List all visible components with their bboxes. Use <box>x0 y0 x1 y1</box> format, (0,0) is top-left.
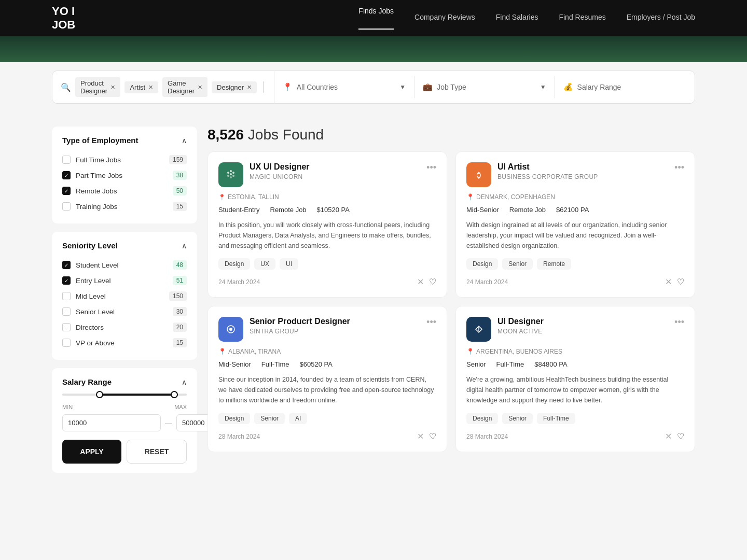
tag-senior-3[interactable]: Senior <box>254 413 285 424</box>
job-card-3-title-block: Senior Producrt Designer SINTRA GROUP <box>250 317 420 335</box>
search-left[interactable]: 🔍 Product Designer ✕ Artist ✕ Game Desig… <box>52 71 274 103</box>
remove-tag-designer[interactable]: ✕ <box>247 84 252 91</box>
job-card-4-dismiss[interactable]: ✕ <box>665 431 672 441</box>
location-pin-icon-2: 📍 <box>466 193 474 201</box>
job-card-1-desc: In this position, you will work closely … <box>218 220 436 251</box>
jobs-header: 8,526 Jobs Found <box>208 127 695 143</box>
directors-count: 20 <box>173 323 187 332</box>
tag-remote-2[interactable]: Remote <box>537 258 571 270</box>
remove-tag-product-designer[interactable]: ✕ <box>110 84 115 91</box>
parttime-checkbox[interactable] <box>62 171 71 179</box>
job-card-3-dismiss[interactable]: ✕ <box>417 431 424 441</box>
salary-filter[interactable]: 💰 Salary Range <box>555 76 695 98</box>
job-card-4-title-block: UI Designer MOON ACTIVE <box>497 317 668 335</box>
job-card-3-save[interactable]: ♡ <box>429 431 436 441</box>
job-card-1: UX UI Designer MAGIC UNICORN ••• 📍 ESTON… <box>208 151 447 298</box>
apply-button[interactable]: APPLY <box>62 440 121 464</box>
tag-fulltime-4[interactable]: Full-Time <box>537 413 575 424</box>
job-card-4-desc: We're a growing, ambitious HealthTech bu… <box>466 374 684 405</box>
employment-header: Type of Employment ∧ <box>62 136 187 145</box>
mid-checkbox[interactable] <box>62 292 71 300</box>
job-card-3: Senior Producrt Designer SINTRA GROUP ••… <box>208 306 447 452</box>
remove-tag-artist[interactable]: ✕ <box>148 84 153 91</box>
search-tags: Product Designer ✕ Artist ✕ Game Designe… <box>75 77 266 97</box>
reset-button[interactable]: RESET <box>127 440 187 464</box>
salary-slider-min-thumb[interactable] <box>96 391 103 398</box>
filter-senior: Senior Level 30 <box>62 304 187 319</box>
seniority-filter-group: Seniority Level ∧ Student Level 48 Entry… <box>52 232 197 360</box>
job-card-1-save[interactable]: ♡ <box>429 277 436 287</box>
nav-employers[interactable]: Employers / Post Job <box>627 13 695 23</box>
directors-label: Directors <box>76 324 168 331</box>
job-card-3-salary: $60520 PA <box>300 360 333 368</box>
tag-ux[interactable]: UX <box>254 258 275 270</box>
salary-slider-track[interactable] <box>62 394 187 396</box>
job-card-3-tags: Design Senior AI <box>218 413 436 424</box>
tag-senior-2[interactable]: Senior <box>502 258 533 270</box>
job-type-filter[interactable]: 💼 Job Type ▼ <box>414 76 555 98</box>
job-card-2-dismiss[interactable]: ✕ <box>665 277 672 287</box>
nav-find-salaries[interactable]: Find Salaries <box>496 13 538 23</box>
filter-vp: VP or Above 15 <box>62 335 187 351</box>
salary-dash: — <box>165 419 172 427</box>
job-card-1-logo <box>218 162 243 187</box>
entry-checkbox[interactable] <box>62 276 71 285</box>
job-card-1-title-block: UX UI Designer MAGIC UNICORN <box>250 162 420 180</box>
filter-training: Training Jobs 15 <box>62 199 187 214</box>
tag-designer[interactable]: Designer ✕ <box>212 81 257 93</box>
nav-company-reviews[interactable]: Company Reviews <box>414 13 475 23</box>
job-card-4-tags: Design Senior Full-Time <box>466 413 684 424</box>
vp-checkbox[interactable] <box>62 339 71 347</box>
salary-min-input[interactable] <box>62 414 161 431</box>
job-card-4-menu[interactable]: ••• <box>674 317 684 328</box>
job-card-4-save[interactable]: ♡ <box>677 431 684 441</box>
seniority-collapse-icon[interactable]: ∧ <box>182 242 187 250</box>
remote-checkbox[interactable] <box>62 187 71 195</box>
nav-finds-jobs[interactable]: Finds Jobs <box>358 7 394 30</box>
top-banner <box>0 36 747 62</box>
location-filter[interactable]: 📍 All Countries ▼ <box>274 76 414 98</box>
tag-design-1[interactable]: Design <box>218 258 250 270</box>
job-card-1-date: 24 March 2024 <box>218 278 260 286</box>
salary-collapse-icon[interactable]: ∧ <box>182 378 187 386</box>
job-card-2-menu[interactable]: ••• <box>674 162 684 173</box>
job-card-2-save[interactable]: ♡ <box>677 277 684 287</box>
job-card-4-header: UI Designer MOON ACTIVE ••• <box>466 317 684 342</box>
directors-checkbox[interactable] <box>62 323 71 331</box>
training-checkbox[interactable] <box>62 202 71 211</box>
remote-label: Remote Jobs <box>76 187 168 195</box>
tag-game-designer[interactable]: Game Designer ✕ <box>162 77 208 97</box>
senior-checkbox[interactable] <box>62 307 71 316</box>
location-pin-icon: 📍 <box>218 194 226 201</box>
remove-tag-game-designer[interactable]: ✕ <box>198 84 202 91</box>
fulltime-checkbox[interactable] <box>62 156 71 164</box>
job-card-4-date: 28 March 2024 <box>466 433 508 440</box>
tag-design-2[interactable]: Design <box>466 258 498 270</box>
salary-slider-max-thumb[interactable] <box>171 391 178 398</box>
job-card-2-title-block: UI Artist BUSINESS CORPORATE GROUP <box>497 162 668 180</box>
tag-ui[interactable]: UI <box>280 258 298 270</box>
student-checkbox[interactable] <box>62 261 71 269</box>
job-card-2-logo <box>466 162 491 187</box>
parttime-label: Part Time Jobs <box>76 172 168 179</box>
employment-collapse-icon[interactable]: ∧ <box>182 136 187 145</box>
tag-senior-4[interactable]: Senior <box>502 413 533 424</box>
svg-point-5 <box>230 173 232 175</box>
job-card-2-title: UI Artist <box>497 162 668 172</box>
nav-find-resumes[interactable]: Find Resumes <box>559 13 605 23</box>
search-icon: 🔍 <box>61 82 71 92</box>
tag-artist[interactable]: Artist ✕ <box>125 81 158 93</box>
filter-directors: Directors 20 <box>62 319 187 335</box>
salary-label: Salary Range <box>577 83 621 91</box>
tag-design-4[interactable]: Design <box>466 413 498 424</box>
tag-design-3[interactable]: Design <box>218 413 250 424</box>
job-card-1-menu[interactable]: ••• <box>426 162 436 173</box>
job-card-3-menu[interactable]: ••• <box>426 317 436 328</box>
job-card-2-type: Remote Job <box>509 206 546 214</box>
job-card-2-location: 📍 DENMARK, COPENHAGEN <box>466 193 684 201</box>
job-card-1-dismiss[interactable]: ✕ <box>417 277 424 287</box>
mid-count: 150 <box>169 291 187 301</box>
mid-label: Mid Level <box>76 292 164 300</box>
tag-product-designer[interactable]: Product Designer ✕ <box>75 77 120 97</box>
tag-ai[interactable]: AI <box>289 413 307 424</box>
